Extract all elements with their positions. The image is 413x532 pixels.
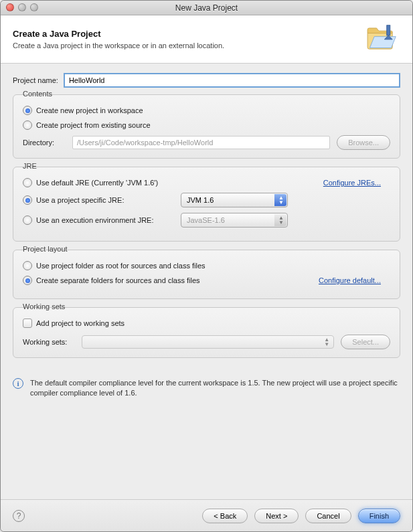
info-icon: i <box>13 378 23 389</box>
cancel-button[interactable]: Cancel <box>305 509 351 523</box>
specific-jre-select[interactable]: JVM 1.6 ▲▼ <box>181 193 288 207</box>
configure-default-link[interactable]: Configure default... <box>319 276 381 284</box>
banner-heading: Create a Java Project <box>13 29 224 39</box>
directory-label: Directory: <box>23 139 66 147</box>
chevron-updown-icon: ▲▼ <box>324 337 329 347</box>
zoom-window-button[interactable] <box>30 3 38 11</box>
layout-group: Project layout Use project folder as roo… <box>13 250 400 299</box>
chevron-updown-icon: ▲▼ <box>278 195 284 205</box>
next-button[interactable]: Next > <box>254 509 299 523</box>
select-working-sets-button: Select... <box>341 335 390 349</box>
add-to-working-sets-checkbox[interactable] <box>23 319 32 328</box>
working-sets-group: Working sets Add project to working sets… <box>13 307 400 358</box>
window-title: New Java Project <box>1 3 412 13</box>
svg-rect-1 <box>387 25 390 35</box>
back-button[interactable]: < Back <box>202 509 248 523</box>
working-sets-select: ▲▼ <box>82 335 334 349</box>
wizard-banner: Create a Java Project Create a Java proj… <box>1 15 412 64</box>
wizard-folder-icon <box>364 21 400 58</box>
contents-group: Contents Create new project in workspace… <box>13 94 400 159</box>
help-button[interactable]: ? <box>13 510 25 522</box>
banner-subheading: Create a Java project in the workspace o… <box>13 41 224 50</box>
titlebar[interactable]: New Java Project <box>1 1 412 15</box>
jre-legend: JRE <box>20 162 39 170</box>
radio-existing-source[interactable] <box>23 120 32 130</box>
radio-create-new-label: Create new project in workspace <box>36 106 143 114</box>
add-to-working-sets-label: Add project to working sets <box>36 319 125 327</box>
project-name-label: Project name: <box>13 76 58 84</box>
close-window-button[interactable] <box>6 3 14 11</box>
contents-legend: Contents <box>20 90 55 98</box>
radio-existing-source-label: Create project from existing source <box>36 121 151 129</box>
working-sets-label: Working sets: <box>23 338 75 346</box>
radio-separate-folders-label: Create separate folders for sources and … <box>36 276 200 284</box>
radio-separate-folders[interactable] <box>23 276 32 285</box>
info-message: The default compiler compliance level fo… <box>30 378 400 399</box>
radio-default-jre-label: Use default JRE (Currently 'JVM 1.6') <box>36 179 158 187</box>
env-jre-select: JavaSE-1.6 ▲▼ <box>181 213 288 228</box>
project-name-input[interactable] <box>64 73 400 88</box>
radio-create-new[interactable] <box>23 106 32 115</box>
radio-specific-jre[interactable] <box>23 195 32 205</box>
radio-specific-jre-label: Use a project specific JRE: <box>36 196 177 204</box>
minimize-window-button[interactable] <box>18 3 26 11</box>
finish-button[interactable]: Finish <box>358 509 400 523</box>
browse-button: Browse... <box>337 135 390 150</box>
radio-default-jre[interactable] <box>23 178 32 187</box>
radio-root-folder-label: Use project folder as root for sources a… <box>36 262 205 270</box>
jre-group: JRE Use default JRE (Currently 'JVM 1.6'… <box>13 167 400 242</box>
directory-field <box>72 136 330 149</box>
radio-env-jre[interactable] <box>23 215 32 225</box>
radio-env-jre-label: Use an execution environment JRE: <box>36 216 177 224</box>
radio-root-folder[interactable] <box>23 261 32 270</box>
working-sets-legend: Working sets <box>20 302 68 311</box>
configure-jres-link[interactable]: Configure JREs... <box>323 179 381 187</box>
layout-legend: Project layout <box>20 245 70 253</box>
chevron-updown-icon: ▲▼ <box>278 215 284 225</box>
